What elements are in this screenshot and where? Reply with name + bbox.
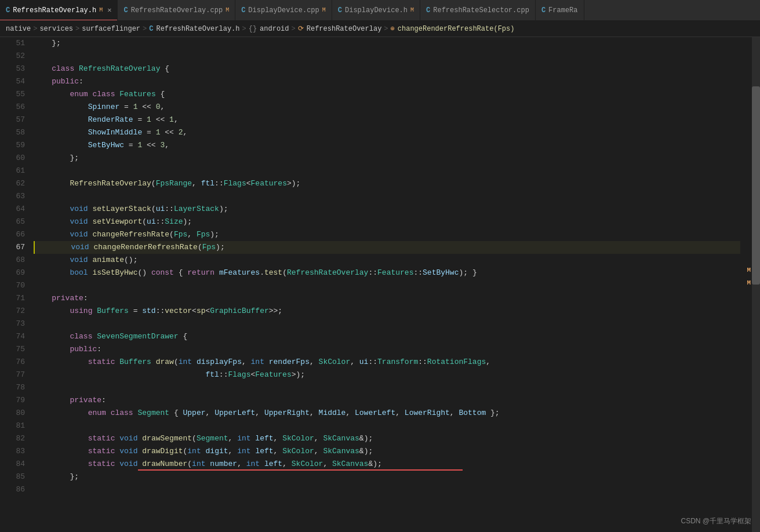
tab-icon-c: C <box>241 6 245 14</box>
line-num-77: 77 <box>5 369 25 381</box>
line-numbers: 51 52 53 54 55 56 57 58 59 60 61 62 63 6… <box>5 37 31 532</box>
line-num-69: 69 <box>5 267 25 279</box>
breadcrumb: native > services > surfaceflinger > C R… <box>0 21 760 37</box>
tab-refreshrateoverlay-cpp[interactable]: C RefreshRateOverlay.cpp M <box>118 0 235 21</box>
bc-services[interactable]: services <box>39 25 73 33</box>
tab-label: FrameRa <box>548 6 577 14</box>
code-line-66: void changeRefreshRate(Fps, Fps); <box>34 228 740 241</box>
line-num-67: 67 <box>5 241 25 254</box>
line-num-71: 71 <box>5 292 25 305</box>
line-num-84: 84 <box>5 458 25 471</box>
tab-label: RefreshRateOverlay.cpp <box>131 6 223 14</box>
line-num-52: 52 <box>5 50 25 63</box>
code-line-60: }; <box>34 152 740 165</box>
bc-sep: > <box>75 25 79 33</box>
bc-sep: > <box>292 25 296 33</box>
m-indicator-2: M <box>747 279 751 286</box>
bc-method[interactable]: changeRenderRefreshRate(Fps) <box>398 25 515 33</box>
code-line-59: SetByHwc = 1 << 3, <box>34 139 740 152</box>
line-num-81: 81 <box>5 420 25 432</box>
line-num-63: 63 <box>5 190 25 203</box>
bc-sep: > <box>33 25 37 33</box>
code-line-82: static void drawSegment(Segment, int lef… <box>34 432 740 445</box>
tab-bar: C RefreshRateOverlay.h M ✕ C RefreshRate… <box>0 0 760 21</box>
code-line-74: class SevenSegmentDrawer { <box>34 330 740 343</box>
code-line-73 <box>34 318 740 330</box>
code-line-78 <box>34 381 740 394</box>
bc-c-icon: C <box>149 25 153 33</box>
code-line-64: void setLayerStack(ui::LayerStack); <box>34 203 740 216</box>
tab-displaydevice-cpp[interactable]: C DisplayDevice.cpp M <box>235 0 332 21</box>
line-num-72: 72 <box>5 305 25 318</box>
code-line-53: class RefreshRateOverlay { <box>34 63 740 75</box>
code-line-79: private: <box>34 394 740 407</box>
bc-sep: > <box>384 25 388 33</box>
m-indicator-1: M <box>747 267 751 274</box>
tab-displaydevice-h[interactable]: C DisplayDevice.h M <box>332 0 420 21</box>
tab-label: RefreshRateOverlay.h <box>13 6 96 14</box>
code-line-61 <box>34 165 740 177</box>
line-num-58: 58 <box>5 126 25 139</box>
line-num-54: 54 <box>5 75 25 88</box>
code-line-62: RefreshRateOverlay(FpsRange, ftl::Flags<… <box>34 177 740 190</box>
tab-icon-c: C <box>541 6 546 14</box>
line-num-60: 60 <box>5 152 25 165</box>
code-area: 51 52 53 54 55 56 57 58 59 60 61 62 63 6… <box>0 37 760 532</box>
code-line-80: enum class Segment { Upper, UpperLeft, U… <box>34 407 740 420</box>
line-num-65: 65 <box>5 216 25 228</box>
tab-refreshrateoverlay-h[interactable]: C RefreshRateOverlay.h M ✕ <box>0 0 118 21</box>
line-num-59: 59 <box>5 139 25 152</box>
line-num-57: 57 <box>5 114 25 126</box>
code-line-83: static void drawDigit(int digit, int lef… <box>34 445 740 458</box>
tab-icon-c: C <box>426 6 430 14</box>
bc-sep: > <box>242 25 246 33</box>
tab-close[interactable]: ✕ <box>107 6 111 14</box>
code-line-58: ShowInMiddle = 1 << 2, <box>34 126 740 139</box>
tab-framerate[interactable]: C FrameRa <box>536 0 584 21</box>
tab-modified: M <box>226 7 229 13</box>
line-num-61: 61 <box>5 165 25 177</box>
tab-modified: M <box>410 7 414 13</box>
tab-label: RefreshRateSelector.cpp <box>433 6 529 14</box>
code-line-52 <box>34 50 740 63</box>
line-num-66: 66 <box>5 228 25 241</box>
code-line-81 <box>34 420 740 432</box>
code-content[interactable]: }; class RefreshRateOverlay { public: en… <box>31 37 740 532</box>
line-num-55: 55 <box>5 88 25 101</box>
bc-class[interactable]: RefreshRateOverlay <box>307 25 382 33</box>
code-line-77: ftl::Flags<Features>); <box>34 369 740 381</box>
tab-refreshrateselector-cpp[interactable]: C RefreshRateSelector.cpp <box>420 0 536 21</box>
code-line-72: using Buffers = std::vector<sp<GraphicBu… <box>34 305 740 318</box>
tab-label: DisplayDevice.h <box>345 6 408 14</box>
right-indicators: M M <box>740 37 752 532</box>
tab-label: DisplayDevice.cpp <box>248 6 319 14</box>
line-num-68: 68 <box>5 254 25 267</box>
code-line-71: private: <box>34 292 740 305</box>
bc-surfaceflinger[interactable]: surfaceflinger <box>82 25 140 33</box>
bc-braces: {} <box>249 25 257 33</box>
code-line-86 <box>34 483 740 496</box>
line-num-64: 64 <box>5 203 25 216</box>
code-line-68: void animate(); <box>34 254 740 267</box>
line-num-75: 75 <box>5 343 25 356</box>
code-line-76: static Buffers draw(int displayFps, int … <box>34 356 740 369</box>
scrollbar-thumb[interactable] <box>752 86 760 285</box>
tab-icon-c: C <box>6 6 10 14</box>
line-num-62: 62 <box>5 177 25 190</box>
bc-android[interactable]: android <box>260 25 289 33</box>
code-line-69: bool isSetByHwc() const { return mFeatur… <box>34 267 740 279</box>
line-num-76: 76 <box>5 356 25 369</box>
bc-filename[interactable]: RefreshRateOverlay.h <box>156 25 239 33</box>
left-margin <box>0 37 5 532</box>
code-line-54: public: <box>34 75 740 88</box>
code-line-51: }; <box>34 37 740 50</box>
watermark: CSDN @千里马学框架 <box>681 516 751 526</box>
tab-modified: M <box>99 7 103 13</box>
bc-native[interactable]: native <box>6 25 31 33</box>
scrollbar-track[interactable] <box>752 37 760 532</box>
code-line-75: public: <box>34 343 740 356</box>
tab-icon-c: C <box>123 6 128 14</box>
tab-modified: M <box>322 7 326 13</box>
line-num-82: 82 <box>5 432 25 445</box>
tab-icon-c: C <box>338 6 342 14</box>
